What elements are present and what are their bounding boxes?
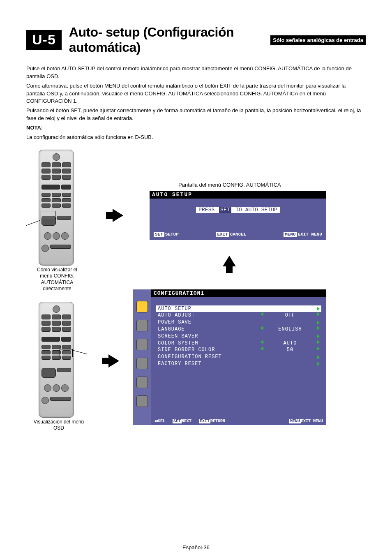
- config-menu-value: 50: [276, 347, 304, 354]
- triangle-right-icon: [317, 326, 320, 330]
- config-menu-label: AUTO SETUP: [158, 305, 191, 312]
- triangle-right-icon: [317, 355, 320, 359]
- sidebar-icon-4: [136, 358, 148, 369]
- config-menu-row: AUTO ADJUSTOFF: [156, 312, 321, 319]
- osd1-press-prefix: PRESS: [198, 207, 214, 213]
- osd1-footer-exit-tag: EXIT: [216, 232, 229, 237]
- config-menu-value: [276, 355, 304, 359]
- osd2-footer-exit-tag: EXIT: [199, 419, 210, 423]
- osd2-sidebar: [133, 289, 151, 425]
- config-menu-label: SIDE BORDER COLOR: [158, 347, 215, 354]
- osd1-caption: Pantalla del menú CONFIG. AUTOMÁTICA: [178, 182, 281, 188]
- osd1-footer-menu-label: EXIT MENU: [298, 232, 322, 237]
- osd1-footer-menu-tag: MENU: [284, 232, 297, 237]
- auto-setup-osd: AUTO SETUP PRESS SET TO AUTO SETUP SETSE…: [150, 191, 326, 240]
- remote-control-top: [39, 150, 74, 266]
- osd1-title: AUTO SETUP: [150, 191, 326, 199]
- sidebar-icon-5: [136, 377, 148, 388]
- config-menu-label: AUTO ADJUST: [158, 312, 195, 319]
- config-menu-row: LANGUAGEENGLISH: [156, 326, 321, 333]
- config-menu-label: FACTORY RESET: [158, 361, 202, 368]
- config-menu-value: [276, 307, 304, 311]
- paragraph-1: Pulse el botón AUTO SETUP del control re…: [26, 65, 366, 81]
- triangle-right-icon: [317, 321, 320, 325]
- pointer-line-icon: [26, 220, 40, 225]
- sidebar-icon-3: [136, 339, 148, 350]
- remote-control-bottom: [39, 302, 74, 418]
- remote-top-caption: Cómo visualizar el menú CONFIG. AUTOMÁTI…: [30, 267, 84, 292]
- config-menu-row: FACTORY RESET: [156, 361, 321, 368]
- config-menu-row: COLOR SYSTEMAUTO: [156, 340, 321, 347]
- note-text: La configuración automática sólo funcion…: [26, 134, 366, 141]
- config-menu-value: [276, 334, 304, 338]
- triangle-left-icon: [261, 312, 263, 316]
- diagram-area: Cómo visualizar el menú CONFIG. AUTOMÁTI…: [26, 150, 366, 437]
- triangle-left-icon: [261, 326, 263, 330]
- analog-only-badge: Sólo señales analógicas de entrada: [270, 35, 366, 45]
- config-menu-row: SIDE BORDER COLOR50: [156, 347, 321, 354]
- config-menu-label: CONFIGURATION RESET: [158, 354, 222, 361]
- triangle-right-icon: [317, 312, 320, 316]
- triangle-left-icon: [261, 347, 263, 351]
- triangle-right-icon: [317, 307, 320, 311]
- remote-bottom-caption: Visualización del menú OSD: [32, 419, 85, 432]
- arrow-right-icon: [113, 209, 123, 222]
- triangle-right-icon: [317, 340, 320, 344]
- config-menu-row: AUTO SETUP: [156, 305, 321, 312]
- body-text: Pulse el botón AUTO SETUP del control re…: [26, 65, 366, 141]
- triangle-left-icon: [261, 340, 263, 344]
- osd2-footer-menu-tag: MENU: [289, 419, 301, 423]
- configuration1-osd: CONFIGURATION1 AUTO SETUPAUTO ADJUSTOFFP…: [133, 289, 326, 425]
- osd1-press-suffix: TO AUTO SETUP: [235, 207, 277, 213]
- page-header: U-5 Auto- setup (Configuración automátic…: [26, 25, 366, 55]
- osd1-press-tag: SET: [219, 207, 231, 213]
- osd2-footer: ▲▼SEL SETNEXT EXITRETURN MENUEXIT MENU: [151, 419, 326, 423]
- arrow-up-icon: [223, 256, 236, 266]
- osd2-footer-menu-label: EXIT MENU: [301, 419, 323, 423]
- config-menu-value: [276, 321, 304, 325]
- config-menu-label: SCREEN SAVER: [158, 333, 198, 340]
- osd2-footer-set-label: NEXT: [182, 419, 191, 423]
- osd2-menu-list: AUTO SETUPAUTO ADJUSTOFFPOWER SAVELANGUA…: [151, 297, 326, 368]
- page-number: Español-36: [26, 544, 366, 550]
- sidebar-icon-2: [136, 320, 148, 331]
- paragraph-3: Pulsando el botón SET, puede ajustar cor…: [26, 107, 366, 123]
- sidebar-icon-6: [136, 395, 148, 407]
- config-menu-value: AUTO: [276, 340, 304, 347]
- pointer-line-icon: [72, 350, 87, 354]
- page-title: Auto- setup (Configuración automática): [69, 25, 263, 55]
- config-menu-row: POWER SAVE: [156, 319, 321, 326]
- config-menu-value: ENGLISH: [276, 326, 304, 333]
- note-label: NOTA:: [26, 124, 366, 132]
- triangle-right-icon: [317, 347, 320, 351]
- osd1-footer-set-label: SETUP: [165, 232, 179, 237]
- sidebar-icon-config1: [136, 301, 148, 312]
- osd2-footer-sel: SEL: [158, 419, 165, 423]
- config-menu-row: CONFIGURATION RESET: [156, 354, 321, 361]
- osd2-footer-set-tag: SET: [173, 419, 182, 423]
- config-menu-label: COLOR SYSTEM: [158, 340, 198, 347]
- osd1-footer-exit-label: CANCEL: [230, 232, 247, 237]
- arrow-right-icon: [108, 354, 119, 368]
- config-menu-value: [276, 362, 304, 366]
- config-menu-value: OFF: [276, 312, 304, 319]
- paragraph-2: Como alternativa, pulse el botón MENU de…: [26, 82, 366, 106]
- osd2-title: CONFIGURATION1: [151, 289, 326, 297]
- triangle-right-icon: [317, 362, 320, 366]
- triangle-right-icon: [317, 334, 320, 338]
- config-menu-row: SCREEN SAVER: [156, 333, 321, 340]
- section-number-badge: U-5: [26, 30, 62, 50]
- osd1-footer-set-tag: SET: [154, 232, 164, 237]
- config-menu-label: LANGUAGE: [158, 326, 185, 333]
- osd2-footer-exit-label: RETURN: [210, 419, 225, 423]
- config-menu-label: POWER SAVE: [158, 319, 191, 326]
